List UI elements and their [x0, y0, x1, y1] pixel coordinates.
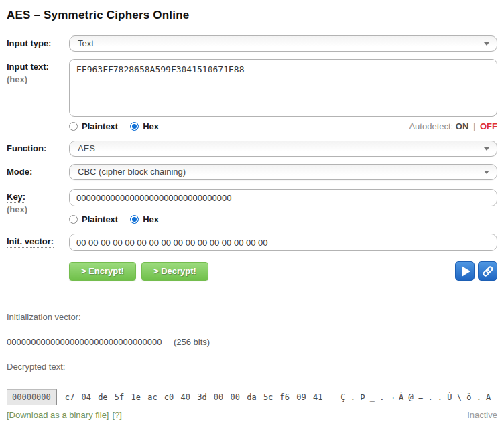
input-type-label: Input type: [7, 38, 51, 48]
key-input[interactable] [69, 189, 497, 206]
decrypt-button[interactable]: > Decrypt! [141, 262, 208, 281]
chevron-down-icon [484, 147, 489, 151]
key-row: Key: (hex) Plaintext Hex [7, 189, 497, 234]
mode-label: Mode: [7, 167, 32, 177]
action-row: > Encrypt! > Decrypt! [7, 261, 497, 281]
chevron-down-icon [484, 171, 489, 174]
input-plaintext-radio[interactable] [69, 122, 78, 131]
encrypt-button[interactable]: > Encrypt! [69, 262, 136, 281]
key-plaintext-radio-label[interactable]: Plaintext [82, 214, 118, 224]
input-hex-radio[interactable] [130, 122, 139, 131]
hexdump-bytes: c7 04 de 5f 1e ac c0 40 3d 00 00 da 5c f… [65, 392, 323, 402]
autodetect-on-link[interactable]: ON [456, 121, 469, 131]
iv-result-value: 00000000000000000000000000000000 [7, 337, 162, 347]
decrypted-text-heading: Decrypted text: [7, 362, 497, 372]
mode-selected-value: CBC (cipher block chaining) [78, 167, 186, 177]
input-format-row: Plaintext Hex Autodetect: ON | OFF [69, 121, 497, 131]
iv-result-heading: Initialization vector: [7, 312, 497, 322]
autodetect-control: Autodetect: ON | OFF [409, 121, 497, 131]
help-link[interactable]: [?] [112, 410, 121, 420]
init-vector-row: Init. vector: [7, 234, 497, 251]
page-title: AES – Symmetric Ciphers Online [7, 9, 497, 22]
permalink-button[interactable] [478, 261, 497, 281]
key-label: Key: [7, 192, 25, 203]
input-text-label: Input text: [7, 62, 69, 72]
hexdump-row: 00000000 c7 04 de 5f 1e ac c0 40 3d 00 0… [7, 389, 497, 405]
status-inactive-label: Inactive [467, 410, 497, 420]
input-text-area[interactable]: EF963FF7828658A599F3041510671E88 [69, 59, 497, 117]
init-vector-input[interactable] [69, 234, 497, 251]
footer-row: [Download as a binary file] [?] Inactive [7, 410, 497, 420]
input-type-select[interactable]: Text [69, 35, 497, 52]
function-selected-value: AES [78, 143, 95, 153]
input-type-row: Input type: Text [7, 35, 497, 52]
iv-result-line: 00000000000000000000000000000000 (256 bi… [7, 337, 497, 347]
run-button[interactable] [455, 261, 475, 281]
autodetect-off-link[interactable]: OFF [480, 121, 497, 131]
page-container: AES – Symmetric Ciphers Online Input typ… [0, 9, 504, 420]
init-vector-label: Init. vector: [7, 236, 54, 248]
download-binary-link[interactable]: [Download as a binary file] [7, 410, 109, 420]
function-select[interactable]: AES [69, 141, 497, 157]
input-hex-radio-label[interactable]: Hex [143, 121, 159, 131]
input-type-selected-value: Text [78, 38, 94, 48]
hexdump-separator [332, 389, 332, 405]
input-plaintext-radio-label[interactable]: Plaintext [82, 121, 118, 131]
autodetect-separator: | [473, 121, 475, 131]
play-icon [462, 266, 470, 277]
results-section: Initialization vector: 00000000000000000… [7, 312, 497, 420]
key-format-row: Plaintext Hex [69, 214, 497, 224]
iv-result-bits: (256 bits) [174, 337, 210, 347]
key-plaintext-radio[interactable] [69, 215, 78, 224]
mode-row: Mode: CBC (cipher block chaining) [7, 164, 497, 180]
hexdump-ascii: Ç . Þ _ . ¬ À @ = . . Ú \ ö . A [340, 392, 491, 402]
mode-select[interactable]: CBC (cipher block chaining) [69, 164, 497, 180]
key-hex-radio-label[interactable]: Hex [143, 214, 159, 224]
key-hex-radio[interactable] [130, 215, 139, 224]
input-text-row: Input text: (hex) EF963FF7828658A599F304… [7, 59, 497, 141]
autodetect-label: Autodetect: [409, 121, 453, 131]
input-text-hex-sublabel: (hex) [7, 74, 69, 84]
chevron-down-icon [484, 42, 489, 46]
hexdump-offset: 00000000 [7, 389, 57, 405]
link-icon [481, 265, 495, 278]
function-label: Function: [7, 143, 46, 153]
key-hex-sublabel: (hex) [7, 204, 69, 214]
function-row: Function: AES [7, 141, 497, 157]
